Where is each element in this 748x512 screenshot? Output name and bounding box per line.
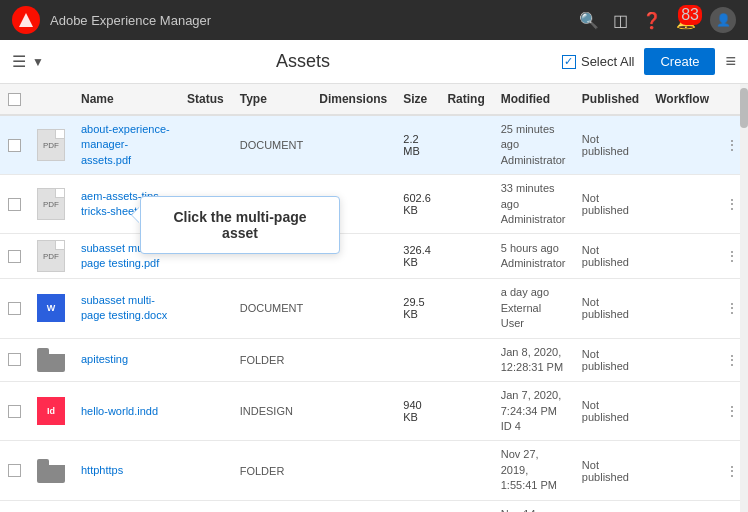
row-actions-icon[interactable]: ⋮: [725, 352, 740, 368]
row-published-cell: Notpublished: [574, 382, 647, 441]
workflow-column-header[interactable]: Workflow: [647, 84, 717, 115]
table-row[interactable]: PDF subasset multi-page testing.pdf 326.…: [0, 234, 748, 279]
row-published-cell: Notpublished: [574, 175, 647, 234]
row-checkbox[interactable]: [8, 302, 21, 315]
nav-icons: 🔍 ◫ ❓ 🔔 83 👤: [579, 7, 736, 33]
select-all-area[interactable]: ✓ Select All: [562, 54, 634, 69]
row-modified-cell: Jan 8, 2020,12:28:31 PM: [493, 338, 574, 382]
published-status: Notpublished: [582, 133, 629, 157]
check-icon: ✓: [564, 55, 573, 68]
modified-column-header[interactable]: Modified: [493, 84, 574, 115]
callout-tooltip: Click the multi-page asset: [140, 196, 340, 254]
row-rating-cell: [439, 115, 492, 175]
row-workflow-cell: [647, 175, 717, 234]
row-dimensions-cell: [311, 441, 395, 500]
row-type-cell: INDESIGN: [232, 500, 312, 512]
modified-text: Nov 14, 2019,11:25:19 PMAdministrator: [501, 507, 566, 512]
row-modified-cell: Jan 7, 2020,7:24:34 PMID 4: [493, 382, 574, 441]
type-column-header[interactable]: Type: [232, 84, 312, 115]
row-name-cell: hello-world.indd: [73, 382, 179, 441]
file-name[interactable]: httphttps: [81, 464, 123, 476]
row-actions-icon[interactable]: ⋮: [725, 403, 740, 419]
row-actions-icon[interactable]: ⋮: [725, 137, 740, 153]
indesign-thumbnail-icon: Id: [37, 397, 65, 425]
row-checkbox[interactable]: [8, 139, 21, 152]
pdf-thumbnail-icon: PDF: [37, 240, 65, 272]
view-toggle-icon[interactable]: ≡: [725, 51, 736, 72]
grid-icon[interactable]: ◫: [613, 11, 628, 30]
modified-text: a day agoExternal User: [501, 285, 566, 331]
help-icon[interactable]: ❓: [642, 11, 662, 30]
modified-text: 5 hours agoAdministrator: [501, 241, 566, 272]
file-name[interactable]: apitesting: [81, 353, 128, 365]
app-title: Adobe Experience Manager: [50, 13, 569, 28]
modified-text: 25 minutes agoAdministrator: [501, 122, 566, 168]
notification-badge: 83: [678, 5, 702, 25]
row-workflow-cell: [647, 441, 717, 500]
row-name-cell: apitesting: [73, 338, 179, 382]
page-title: Assets: [44, 51, 562, 72]
avatar[interactable]: 👤: [710, 7, 736, 33]
rating-column-header[interactable]: Rating: [439, 84, 492, 115]
row-actions-icon[interactable]: ⋮: [725, 248, 740, 264]
create-button[interactable]: Create: [644, 48, 715, 75]
sidebar-toggle-icon[interactable]: ☰: [12, 52, 26, 71]
row-published-cell: Notpublished: [574, 115, 647, 175]
header-checkbox[interactable]: [8, 93, 21, 106]
row-thumbnail: [29, 441, 73, 500]
row-dimensions-cell: [311, 382, 395, 441]
chevron-down-icon[interactable]: ▼: [32, 55, 44, 69]
row-thumbnail: PDF: [29, 234, 73, 279]
scrollbar[interactable]: [740, 84, 748, 512]
table-row[interactable]: Id hello-world.indd INDESIGN 940 KB Jan …: [0, 382, 748, 441]
row-checkbox-cell: [0, 382, 29, 441]
file-name[interactable]: about-experience-manager-assets.pdf: [81, 123, 170, 166]
row-actions-icon[interactable]: ⋮: [725, 300, 740, 316]
row-thumbnail: PDF: [29, 115, 73, 175]
row-rating-cell: [439, 279, 492, 338]
modified-text: Jan 8, 2020,12:28:31 PM: [501, 345, 566, 376]
row-published-cell: Notpublished: [574, 500, 647, 512]
row-thumbnail: Id: [29, 500, 73, 512]
row-thumbnail: PDF: [29, 175, 73, 234]
published-column-header[interactable]: Published: [574, 84, 647, 115]
select-all-checkbox[interactable]: ✓: [562, 55, 576, 69]
row-type-cell: INDESIGN: [232, 382, 312, 441]
file-name[interactable]: hello-world.indd: [81, 405, 158, 417]
row-dimensions-cell: [311, 500, 395, 512]
table-row[interactable]: httphttps FOLDER Nov 27, 2019,1:55:41 PM…: [0, 441, 748, 500]
right-controls: ✓ Select All Create ≡: [562, 48, 736, 75]
row-actions-icon[interactable]: ⋮: [725, 463, 740, 479]
dimensions-column-header[interactable]: Dimensions: [311, 84, 395, 115]
row-thumbnail: [29, 338, 73, 382]
row-modified-cell: 5 hours agoAdministrator: [493, 234, 574, 279]
size-column-header[interactable]: Size: [395, 84, 439, 115]
row-checkbox[interactable]: [8, 464, 21, 477]
select-all-label: Select All: [581, 54, 634, 69]
table-row[interactable]: PDF aem-assets-tips-tricks-sheet.pdf 602…: [0, 175, 748, 234]
table-row[interactable]: PDF about-experience-manager-assets.pdf …: [0, 115, 748, 175]
pdf-thumbnail-icon: PDF: [37, 188, 65, 220]
row-checkbox-cell: [0, 175, 29, 234]
search-icon[interactable]: 🔍: [579, 11, 599, 30]
row-actions-icon[interactable]: ⋮: [725, 196, 740, 212]
row-published-cell: Notpublished: [574, 441, 647, 500]
row-checkbox-cell: [0, 279, 29, 338]
row-checkbox[interactable]: [8, 405, 21, 418]
row-checkbox-cell: [0, 441, 29, 500]
file-name[interactable]: subasset multi-page testing.docx: [81, 294, 167, 321]
row-rating-cell: [439, 441, 492, 500]
row-size-cell: 326.4 KB: [395, 234, 439, 279]
name-column-header[interactable]: Name: [73, 84, 179, 115]
nav-left-icons: ☰ ▼: [12, 52, 44, 71]
notifications-icon[interactable]: 🔔 83: [676, 11, 696, 30]
table-row[interactable]: apitesting FOLDER Jan 8, 2020,12:28:31 P…: [0, 338, 748, 382]
row-checkbox[interactable]: [8, 198, 21, 211]
row-checkbox[interactable]: [8, 353, 21, 366]
scroll-thumb[interactable]: [740, 88, 748, 128]
status-column-header[interactable]: Status: [179, 84, 232, 115]
row-checkbox[interactable]: [8, 250, 21, 263]
table-row[interactable]: W subasset multi-page testing.docx DOCUM…: [0, 279, 748, 338]
assets-table-container: Name Status Type Dimensions Size Rating …: [0, 84, 748, 512]
table-row[interactable]: Id 0_ID19.indd INDESIGN 868 KB Nov 14, 2…: [0, 500, 748, 512]
